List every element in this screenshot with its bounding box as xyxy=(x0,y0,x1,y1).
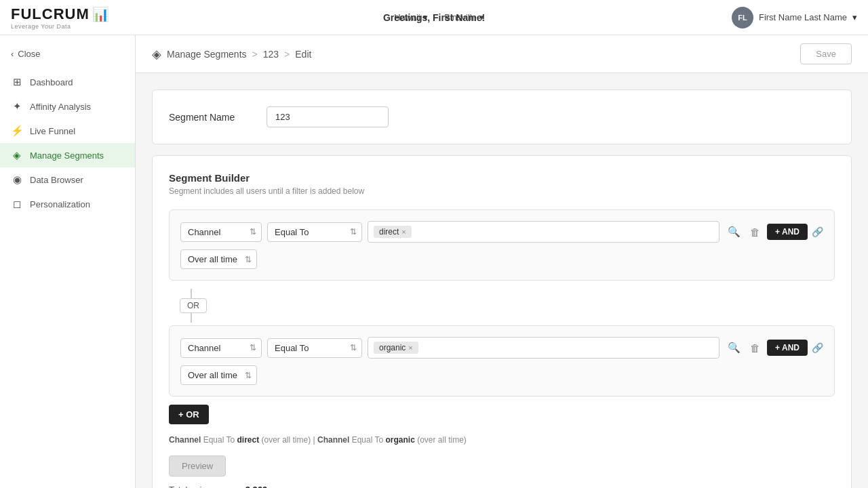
total-users: Total unique users: 3,969 xyxy=(169,485,835,488)
logo-sub: Leverage Your Data xyxy=(11,23,110,30)
sidebar-item-livefunnel[interactable]: ⚡ Live Funnel xyxy=(0,119,135,143)
time-select-2[interactable]: Over all time xyxy=(180,365,257,385)
filter-group-1: Channel Equal To direct × xyxy=(169,209,835,281)
remove-tag-organic[interactable]: × xyxy=(408,344,412,352)
add-or-button[interactable]: + OR xyxy=(169,405,209,424)
condition-select-wrap-1: Equal To xyxy=(267,222,362,242)
funnel-icon: ⚡ xyxy=(11,125,23,137)
filter-group-2: Channel Equal To organic × xyxy=(169,325,835,396)
segments-icon: ◈ xyxy=(11,149,23,161)
breadcrumb-sep2: > xyxy=(284,49,290,60)
sidebar-item-databrowser[interactable]: ◉ Data Browser xyxy=(0,167,135,192)
chevron-left-icon: ‹ xyxy=(11,49,14,59)
filter-row-2: Channel Equal To organic × xyxy=(180,337,823,359)
dashboard-icon: ⊞ xyxy=(11,76,23,88)
databrowser-icon: ◉ xyxy=(11,174,23,186)
avatar: FL xyxy=(732,7,753,28)
link-button-1[interactable]: 🔗 xyxy=(812,226,823,237)
delete-button-1[interactable]: 🗑 xyxy=(747,224,763,241)
page-header: ◈ Manage Segments > 123 > Edit Save xyxy=(136,35,868,73)
preview-button[interactable]: Preview xyxy=(169,455,226,476)
user-name: First Name Last Name xyxy=(759,12,847,22)
time-select-wrap-2: Over all time xyxy=(180,365,257,385)
filter-row-1: Channel Equal To direct × xyxy=(180,221,823,243)
main-content: ◈ Manage Segments > 123 > Edit Save Segm… xyxy=(136,35,868,488)
time-select-wrap-1: Over all time xyxy=(180,249,257,269)
affinity-icon: ✦ xyxy=(11,100,23,113)
breadcrumb-id: 123 xyxy=(263,49,279,60)
segment-name-input[interactable] xyxy=(267,106,389,127)
time-select-1[interactable]: Over all time xyxy=(180,249,257,269)
logo-name: FULCRUM 📊 xyxy=(11,5,110,23)
builder-card: Segment Builder Segment includes all use… xyxy=(152,155,852,488)
add-and-button-1[interactable]: + AND xyxy=(767,224,808,240)
filter-summary: Channel Equal To direct (over all time) … xyxy=(169,435,835,445)
sidebar-item-personalization[interactable]: ◻ Personalization xyxy=(0,192,135,216)
search-button-1[interactable]: 🔍 xyxy=(725,223,743,241)
breadcrumb: ◈ Manage Segments > 123 > Edit xyxy=(152,47,311,62)
logo-icon: 📊 xyxy=(92,6,110,22)
close-button[interactable]: ‹ Close xyxy=(0,43,135,64)
channel-select-wrap-1: Channel xyxy=(180,222,262,242)
breadcrumb-action: Edit xyxy=(295,49,311,60)
layout: ‹ Close ⊞ Dashboard ✦ Affinity Analysis … xyxy=(0,35,868,488)
filter-tag-organic: organic × xyxy=(374,342,418,354)
chevron-down-icon: ▾ xyxy=(852,12,857,22)
save-button[interactable]: Save xyxy=(800,43,852,64)
breadcrumb-section: Manage Segments xyxy=(167,49,247,60)
condition-select-1[interactable]: Equal To xyxy=(267,222,362,242)
condition-select-wrap-2: Equal To xyxy=(267,338,362,358)
segment-name-card: Segment Name xyxy=(152,89,852,144)
sidebar: ‹ Close ⊞ Dashboard ✦ Affinity Analysis … xyxy=(0,35,136,488)
condition-select-2[interactable]: Equal To xyxy=(267,338,362,358)
link-button-2[interactable]: 🔗 xyxy=(812,342,823,353)
or-label: OR xyxy=(180,298,207,313)
filter-time-row-1: Over all time xyxy=(180,249,823,269)
remove-tag-direct[interactable]: × xyxy=(401,228,406,236)
breadcrumb-icon: ◈ xyxy=(152,47,161,62)
filter-actions-1: 🔍 🗑 + AND 🔗 xyxy=(725,223,823,241)
filter-tags-area-2: organic × xyxy=(368,337,719,359)
filter-time-row-2: Over all time xyxy=(180,365,823,385)
personalization-icon: ◻ xyxy=(11,198,23,210)
page-content: Segment Name Segment Builder Segment inc… xyxy=(136,73,868,488)
channel-select-wrap-2: Channel xyxy=(180,338,262,358)
greeting: Greetings, First Name! xyxy=(383,12,485,23)
channel-select-2[interactable]: Channel xyxy=(180,338,262,358)
topbar: FULCRUM 📊 Leverage Your Data Hawaii ▾ Bi… xyxy=(0,0,868,35)
filter-tag-direct: direct × xyxy=(374,226,412,238)
user-menu[interactable]: FL First Name Last Name ▾ xyxy=(732,7,857,28)
delete-button-2[interactable]: 🗑 xyxy=(747,340,763,357)
logo: FULCRUM 📊 Leverage Your Data xyxy=(11,5,146,30)
segment-name-label: Segment Name xyxy=(169,112,250,123)
breadcrumb-sep1: > xyxy=(252,49,258,60)
or-connector: OR xyxy=(180,289,835,323)
sidebar-item-managesegments[interactable]: ◈ Manage Segments xyxy=(0,143,135,167)
filter-tags-area-1: direct × xyxy=(368,221,719,243)
builder-subtitle: Segment includes all users until a filte… xyxy=(169,186,835,196)
add-and-button-2[interactable]: + AND xyxy=(767,340,808,356)
channel-select-1[interactable]: Channel xyxy=(180,222,262,242)
search-button-2[interactable]: 🔍 xyxy=(725,339,743,357)
segment-name-row: Segment Name xyxy=(169,106,835,127)
filter-actions-2: 🔍 🗑 + AND 🔗 xyxy=(725,339,823,357)
builder-title: Segment Builder xyxy=(169,172,835,184)
sidebar-item-affinity[interactable]: ✦ Affinity Analysis xyxy=(0,94,135,119)
sidebar-item-dashboard[interactable]: ⊞ Dashboard xyxy=(0,70,135,94)
